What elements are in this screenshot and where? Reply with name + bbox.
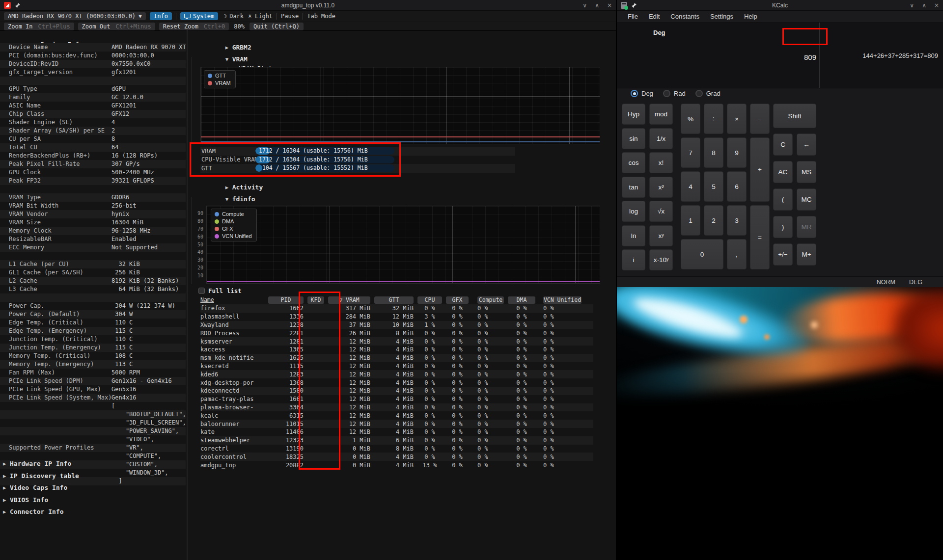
- key-minus[interactable]: −: [750, 104, 770, 134]
- device-select[interactable]: AMD Radeon RX 9070 XT (0000:03:00.0) ▼: [4, 12, 146, 20]
- key-multiply[interactable]: ×: [727, 104, 747, 134]
- table-row[interactable]: kdeconnectd158012 MiB4 MiB0 %0 %0 %0 %0 …: [200, 387, 593, 395]
- key-2[interactable]: 2: [704, 205, 723, 236]
- column-header-cpu[interactable]: CPU: [417, 296, 442, 304]
- table-row[interactable]: firefox1662317 MiB32 MiB0 %0 %0 %0 %0 %: [200, 304, 593, 313]
- key-log[interactable]: log: [622, 201, 645, 222]
- key-sin[interactable]: sin: [622, 128, 645, 149]
- key-divide[interactable]: ÷: [704, 104, 723, 134]
- column-header-pid[interactable]: PID: [268, 296, 304, 304]
- table-row[interactable]: kcalc631512 MiB4 MiB0 %0 %0 %0 %0 %: [200, 411, 593, 420]
- key-plus-minus[interactable]: +/−: [773, 243, 793, 266]
- menu-edit[interactable]: Edit: [644, 11, 665, 22]
- close-button[interactable]: ×: [607, 2, 612, 9]
- reset-zoom-button[interactable]: Reset Zoom Ctrl+0: [159, 23, 229, 30]
- calc-history-entry[interactable]: 144+26+37+285+317=809: [862, 52, 938, 59]
- radio-grad[interactable]: Grad: [695, 90, 721, 97]
- section-video-caps-info[interactable]: Video Caps Info: [3, 484, 67, 491]
- kcalc-titlebar[interactable]: KCalc ∨ ∧ ×: [617, 0, 943, 11]
- table-row[interactable]: ksmserver128112 MiB4 MiB0 %0 %0 %0 %0 %: [200, 337, 593, 346]
- close-button[interactable]: ×: [934, 2, 939, 9]
- menu-file[interactable]: File: [623, 11, 643, 22]
- table-row[interactable]: kate1140612 MiB4 MiB0 %0 %0 %0 %0 %: [200, 428, 593, 436]
- maximize-button[interactable]: ∧: [595, 2, 599, 9]
- column-header-name[interactable]: Name: [200, 296, 214, 303]
- column-header-vcn-unified[interactable]: VCN Unified: [543, 296, 582, 304]
- tab-mode-button[interactable]: Tab Mode: [307, 13, 335, 20]
- full-list-checkbox[interactable]: [198, 288, 205, 294]
- minimize-button[interactable]: ∨: [582, 2, 587, 9]
- table-row[interactable]: pamac-tray-plas166112 MiB4 MiB0 %0 %0 %0…: [200, 395, 593, 403]
- section-sensors[interactable]: Sensors: [194, 554, 259, 560]
- tab-info[interactable]: Info: [150, 12, 172, 20]
- section-connector-info[interactable]: Connector Info: [3, 508, 64, 515]
- column-header-kfd[interactable]: KFD: [307, 296, 324, 304]
- key-x-squared[interactable]: x²: [649, 177, 673, 198]
- column-header-gtt[interactable]: GTT: [374, 296, 414, 304]
- table-row[interactable]: Xwayland123837 MiB10 MiB1 %0 %0 %0 %0 %: [200, 321, 593, 329]
- system-button[interactable]: System: [180, 12, 218, 20]
- key-5[interactable]: 5: [704, 171, 723, 202]
- table-row[interactable]: xdg-desktop-por136812 MiB4 MiB0 %0 %0 %0…: [200, 378, 593, 387]
- key-tan[interactable]: tan: [622, 177, 645, 198]
- key-backspace[interactable]: ←: [797, 133, 816, 156]
- quit-button[interactable]: Quit (Ctrl+Q): [250, 23, 304, 30]
- key-3[interactable]: 3: [727, 205, 747, 236]
- table-row[interactable]: msm_kde_notifie162512 MiB4 MiB0 %0 %0 %0…: [200, 354, 593, 362]
- table-row[interactable]: kded6128312 MiB4 MiB0 %0 %0 %0 %0 %: [200, 370, 593, 378]
- key-6[interactable]: 6: [727, 171, 747, 202]
- key-plus[interactable]: +: [750, 137, 770, 202]
- key-x-times-10-power-y[interactable]: x·10ʸ: [649, 249, 673, 270]
- key-comma[interactable]: ,: [727, 239, 747, 269]
- pin-icon[interactable]: [631, 2, 637, 8]
- table-row[interactable]: kaccess136512 MiB4 MiB0 %0 %0 %0 %0 %: [200, 346, 593, 354]
- key-1[interactable]: 1: [681, 205, 700, 236]
- key-ms[interactable]: MS: [797, 161, 816, 183]
- column-header-compute[interactable]: Compute: [477, 296, 504, 304]
- amdgpu-titlebar[interactable]: amdgpu_top v0.11.0 ∨ ∧ ×: [0, 0, 616, 11]
- key-key[interactable]: (: [773, 188, 793, 211]
- key-mr[interactable]: MR: [797, 216, 816, 238]
- key-9[interactable]: 9: [727, 137, 747, 168]
- key-sqrt-x[interactable]: √x: [649, 201, 673, 222]
- key-0[interactable]: 0: [681, 239, 723, 269]
- key-mod[interactable]: mod: [649, 104, 673, 125]
- key-reciprocal[interactable]: 1/x: [649, 128, 673, 149]
- table-row[interactable]: plasmashell1336284 MiB12 MiB3 %0 %0 %0 %…: [200, 313, 593, 321]
- key-shift[interactable]: Shift: [773, 104, 816, 128]
- section-hardware-ip-info[interactable]: Hardware IP Info: [3, 460, 71, 467]
- key-factorial[interactable]: x!: [649, 152, 673, 173]
- key-m[interactable]: M+: [797, 243, 816, 266]
- key-mc[interactable]: MC: [797, 188, 816, 211]
- section-ip-discovery-table[interactable]: IP Discovery table: [3, 472, 79, 480]
- table-row[interactable]: plasma-browser-336412 MiB4 MiB0 %0 %0 %0…: [200, 403, 593, 412]
- panel-divider[interactable]: [187, 30, 188, 560]
- menu-constants[interactable]: Constants: [666, 11, 704, 22]
- key-ac[interactable]: AC: [773, 161, 793, 183]
- menu-help[interactable]: Help: [739, 11, 762, 22]
- key-8[interactable]: 8: [704, 137, 723, 168]
- key-key[interactable]: ): [773, 216, 793, 238]
- key-7[interactable]: 7: [681, 137, 700, 168]
- table-row[interactable]: amdgpu_top208820 MiB4 MiB13 %0 %0 %0 %0 …: [200, 461, 593, 469]
- pin-icon[interactable]: [15, 2, 21, 8]
- key-percent[interactable]: %: [681, 104, 700, 134]
- key-hyp[interactable]: Hyp: [622, 104, 645, 125]
- maximize-button[interactable]: ∧: [922, 2, 926, 9]
- table-row[interactable]: corectrl131900 MiB8 MiB0 %0 %0 %0 %0 %: [200, 445, 593, 453]
- zoom-out-button[interactable]: Zoom Out Ctrl+Minus: [78, 23, 155, 30]
- table-row[interactable]: steamwebhelper123231 MiB6 MiB0 %0 %0 %0 …: [200, 436, 593, 445]
- table-row[interactable]: RDD Process228126 MiB8 MiB0 %0 %0 %0 %0 …: [200, 329, 593, 337]
- column-header-dma[interactable]: DMA: [508, 296, 535, 304]
- key-4[interactable]: 4: [681, 171, 700, 202]
- full-list-toggle[interactable]: Full list: [198, 287, 242, 294]
- key-x-power-y[interactable]: xʸ: [649, 225, 673, 246]
- table-row[interactable]: baloorunner1101512 MiB4 MiB0 %0 %0 %0 %0…: [200, 420, 593, 428]
- section-vbios-info[interactable]: VBIOS Info: [3, 496, 48, 504]
- dark-theme-button[interactable]: ☽ Dark: [222, 13, 244, 20]
- light-theme-button[interactable]: ☀ Light: [248, 13, 273, 20]
- zoom-in-button[interactable]: Zoom In Ctrl+Plus: [4, 23, 74, 30]
- key-cos[interactable]: cos: [622, 152, 645, 173]
- menu-settings[interactable]: Settings: [705, 11, 738, 22]
- minimize-button[interactable]: ∨: [910, 2, 914, 9]
